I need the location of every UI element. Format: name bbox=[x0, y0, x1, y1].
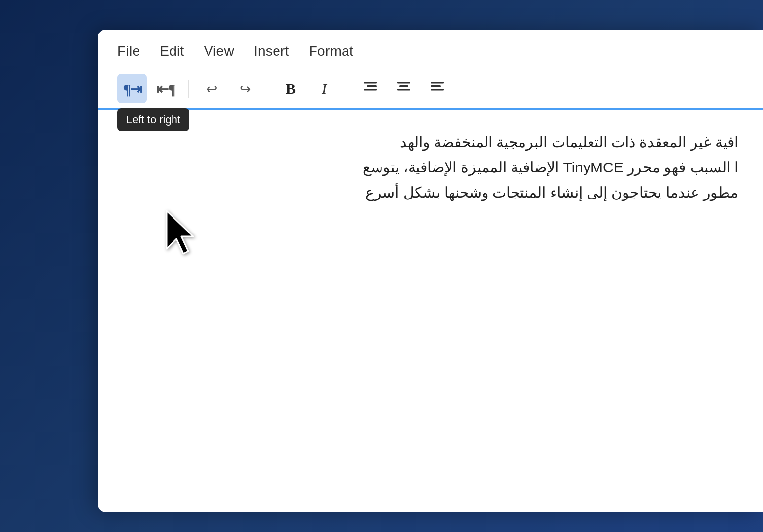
svg-rect-8 bbox=[431, 89, 444, 91]
menu-file[interactable]: File bbox=[117, 43, 140, 59]
menu-view[interactable]: View bbox=[204, 43, 234, 59]
redo-icon: ↪ bbox=[240, 81, 251, 97]
editor-text-line-3: مطور عندما يحتاجون إلى إنشاء المنتجات وش… bbox=[122, 180, 738, 205]
editor-window: File Edit View Insert Format ¶⇥ Left to … bbox=[98, 30, 763, 512]
toolbar: ¶⇥ Left to right ⇤¶ ↩ ↪ B I bbox=[98, 69, 763, 110]
redo-button[interactable]: ↪ bbox=[230, 74, 260, 103]
menu-bar: File Edit View Insert Format bbox=[98, 30, 763, 69]
svg-rect-4 bbox=[399, 85, 408, 87]
align-center-icon bbox=[396, 81, 411, 97]
svg-rect-2 bbox=[364, 89, 377, 91]
editor-text-line-1: افية غير المعقدة ذات التعليمات البرمجية … bbox=[122, 130, 738, 155]
menu-insert[interactable]: Insert bbox=[254, 43, 289, 59]
svg-rect-1 bbox=[367, 85, 377, 87]
separator-1 bbox=[188, 80, 189, 98]
undo-button[interactable]: ↩ bbox=[197, 74, 226, 103]
bold-button[interactable]: B bbox=[276, 74, 306, 103]
italic-button[interactable]: I bbox=[310, 74, 339, 103]
align-right-icon bbox=[363, 81, 378, 97]
italic-icon: I bbox=[322, 80, 327, 97]
ltr-button[interactable]: ¶⇥ Left to right bbox=[117, 74, 147, 103]
align-left-button[interactable] bbox=[422, 74, 452, 103]
rtl-button[interactable]: ⇤¶ bbox=[151, 74, 180, 103]
svg-rect-7 bbox=[431, 85, 441, 87]
menu-edit[interactable]: Edit bbox=[160, 43, 184, 59]
align-left-icon bbox=[430, 81, 445, 97]
editor-text-line-2: ا السبب فهو محرر TinyMCE الإضافية المميز… bbox=[122, 155, 738, 180]
editor-content[interactable]: افية غير المعقدة ذات التعليمات البرمجية … bbox=[98, 110, 763, 225]
ltr-icon: ¶⇥ bbox=[123, 80, 141, 98]
svg-rect-0 bbox=[364, 82, 377, 84]
svg-rect-5 bbox=[397, 89, 410, 91]
svg-rect-3 bbox=[397, 82, 410, 84]
separator-2 bbox=[268, 80, 268, 98]
align-center-button[interactable] bbox=[389, 74, 418, 103]
undo-icon: ↩ bbox=[206, 81, 217, 97]
align-right-button[interactable] bbox=[355, 74, 385, 103]
separator-3 bbox=[347, 80, 347, 98]
svg-rect-6 bbox=[431, 82, 444, 84]
bold-icon: B bbox=[286, 80, 296, 97]
rtl-icon: ⇤¶ bbox=[156, 80, 174, 98]
menu-format[interactable]: Format bbox=[309, 43, 353, 59]
